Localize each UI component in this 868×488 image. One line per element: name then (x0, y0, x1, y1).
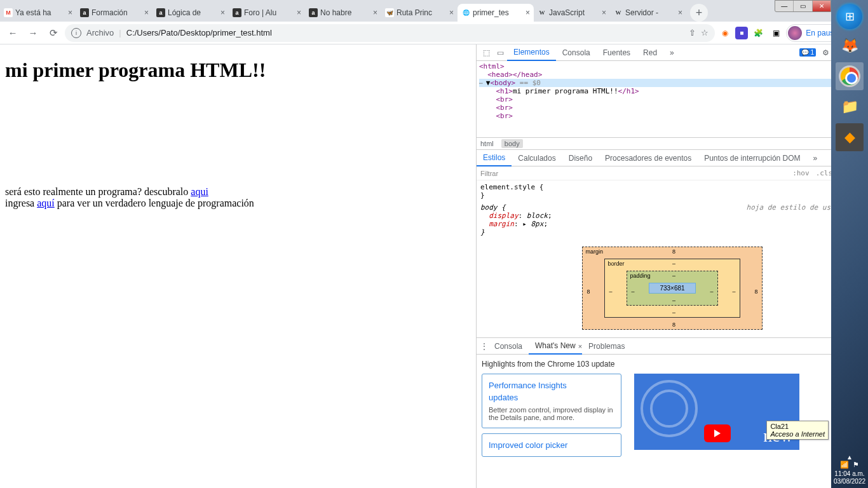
box-model-content: 733×681 (649, 283, 695, 294)
tab-7[interactable]: WJavaScript× (534, 4, 610, 22)
styles-tabs-more[interactable]: » (807, 150, 824, 166)
clock-time[interactable]: 11:04 a.m. (831, 470, 868, 477)
cls-toggle[interactable]: .cls (816, 169, 833, 177)
highlights-title: Highlights from the Chrome 103 update (482, 360, 863, 369)
network-tooltip: Cla21 Acceso a Internet (766, 421, 829, 440)
page-line-1: será esto realmente un programa? descubr… (5, 186, 471, 198)
network-icon[interactable]: 📶 (840, 461, 849, 469)
page-heading: mi primer programa HTML!! (5, 58, 471, 82)
taskbar-firefox-icon[interactable]: 🦊 (836, 32, 864, 60)
back-button[interactable]: ← (4, 24, 22, 42)
flag-icon[interactable]: ⚑ (853, 461, 859, 469)
tab-3[interactable]: aForo | Alu× (229, 4, 305, 22)
window-controls[interactable]: — ▭ ✕ (775, 0, 831, 12)
tab-8[interactable]: WServidor -× (610, 4, 686, 22)
devtools-tab-sources[interactable]: Fuentes (597, 44, 637, 61)
taskbar-explorer-icon[interactable]: 📁 (836, 93, 864, 121)
styles-tab-breakpoints[interactable]: Puntos de interrupción DOM (698, 150, 806, 166)
hov-toggle[interactable]: :hov (792, 169, 810, 177)
share-icon[interactable]: ⇧ (689, 28, 696, 37)
avatar-icon (788, 26, 802, 40)
drawer-tab-problemas[interactable]: Problemas (582, 342, 631, 351)
link-aqui-2[interactable]: aquí (37, 198, 55, 208)
tab-strip: MYa está ha× aFormación× aLógica de× aFo… (0, 0, 868, 22)
taskbar-sublime-icon[interactable]: ◆ (836, 123, 864, 151)
toolbar: ← → ⟳ i Archivo | C:/Users/Pato/Desktop/… (0, 22, 868, 44)
url-label: Archivo (86, 28, 114, 37)
devtools-tab-console[interactable]: Consola (556, 44, 597, 61)
devtools-tabs-more[interactable]: » (663, 44, 681, 61)
devtools-tab-elements[interactable]: Elementos (507, 44, 556, 61)
card-colorpicker[interactable]: Improved color picker (482, 433, 621, 457)
devtools-tab-network[interactable]: Red (637, 44, 663, 61)
dom-tree[interactable]: <html> <head></head> ⋯ ▼<body> == $0 <h1… (477, 61, 868, 137)
close-icon[interactable]: × (678, 8, 682, 17)
maximize-button[interactable]: ▭ (794, 1, 812, 11)
settings-icon[interactable]: ⚙ (818, 48, 832, 57)
url-path: C:/Users/Pato/Desktop/primer_test.html (126, 28, 272, 37)
breadcrumb[interactable]: html body (477, 137, 868, 150)
page-line-2: ingresa aquí para ver un verdadero lengu… (5, 198, 471, 209)
device-toggle-icon[interactable]: ▭ (493, 48, 507, 57)
tab-0[interactable]: MYa está ha× (0, 4, 76, 22)
system-tray[interactable]: ▲ 📶⚑ 11:04 a.m. 03/08/2022 (831, 451, 868, 488)
styles-filter-row: Filtrar :hov .cls + ▭ ◨ (477, 166, 868, 180)
filter-input[interactable]: Filtrar (480, 170, 498, 177)
site-info-icon[interactable]: i (71, 28, 81, 38)
styles-tab-diseno[interactable]: Diseño (562, 150, 599, 166)
styles-tab-eventos[interactable]: Procesadores de eventos (599, 150, 698, 166)
close-icon[interactable]: × (526, 8, 530, 17)
card-performance[interactable]: Performance Insights updates Better zoom… (482, 374, 621, 428)
inspect-icon[interactable]: ⬚ (479, 48, 493, 57)
devtools-drawer: ⋮ Consola What's New× Problemas ✕ Highli… (477, 337, 868, 462)
extension-adblock-icon[interactable]: ◉ (717, 25, 733, 41)
forward-button[interactable]: → (24, 24, 42, 42)
close-icon[interactable]: × (220, 8, 225, 17)
start-button[interactable]: ⊞ (837, 4, 862, 29)
close-icon[interactable]: × (68, 8, 72, 17)
tab-5[interactable]: 🦋Ruta Princ× (381, 4, 458, 22)
tab-4[interactable]: aNo habre× (305, 4, 381, 22)
drawer-menu-icon[interactable]: ⋮ (480, 342, 488, 351)
close-icon[interactable]: × (144, 8, 149, 17)
close-icon[interactable]: × (449, 8, 454, 17)
drawer-tab-consola[interactable]: Consola (488, 342, 529, 351)
styles-tab-calculados[interactable]: Calculados (512, 150, 562, 166)
address-bar[interactable]: i Archivo | C:/Users/Pato/Desktop/primer… (65, 24, 715, 42)
minimize-button[interactable]: — (775, 1, 794, 11)
tray-arrow-icon[interactable]: ▲ (831, 454, 868, 461)
play-icon[interactable] (704, 424, 731, 442)
extensions-icon[interactable]: 🧩 (750, 25, 766, 41)
style-rules[interactable]: element.style { } hoja de estilo de user… (477, 180, 868, 239)
tab-2[interactable]: aLógica de× (153, 4, 229, 22)
windows-taskbar: ⊞ 🦊 📁 ◆ ▲ 📶⚑ 11:04 a.m. 03/08/2022 (831, 0, 868, 488)
bookmark-icon[interactable]: ☆ (701, 28, 709, 37)
clock-date[interactable]: 03/08/2022 (831, 478, 868, 485)
issues-badge[interactable]: 💬 1 (799, 48, 816, 57)
reload-button[interactable]: ⟳ (44, 24, 62, 42)
close-icon[interactable]: × (297, 8, 301, 17)
styles-tabs: Estilos Calculados Diseño Procesadores d… (477, 150, 868, 166)
close-icon[interactable]: × (373, 8, 377, 17)
tab-1[interactable]: aFormación× (76, 4, 153, 22)
close-icon[interactable]: × (602, 8, 606, 17)
close-button[interactable]: ✕ (813, 1, 831, 11)
new-tab-button[interactable]: + (690, 4, 708, 22)
crumb-body[interactable]: body (501, 139, 523, 148)
styles-tab-estilos[interactable]: Estilos (477, 150, 512, 166)
crumb-html[interactable]: html (480, 140, 494, 147)
extension-icon[interactable]: ■ (735, 27, 748, 39)
tab-6-active[interactable]: 🌐primer_tes× (458, 4, 534, 22)
drawer-tab-whatsnew[interactable]: What's New (529, 338, 582, 355)
page-content: mi primer programa HTML!! será esto real… (0, 44, 476, 488)
extension-cast-icon[interactable]: ▣ (768, 25, 783, 41)
devtools-header: ⬚ ▭ Elementos Consola Fuentes Red » 💬 1 … (477, 44, 868, 61)
taskbar-chrome-icon[interactable] (836, 62, 864, 90)
link-aqui-1[interactable]: aqui (191, 186, 208, 197)
box-model: margin 8 8 8 8 border – – – – padding – … (477, 239, 868, 337)
